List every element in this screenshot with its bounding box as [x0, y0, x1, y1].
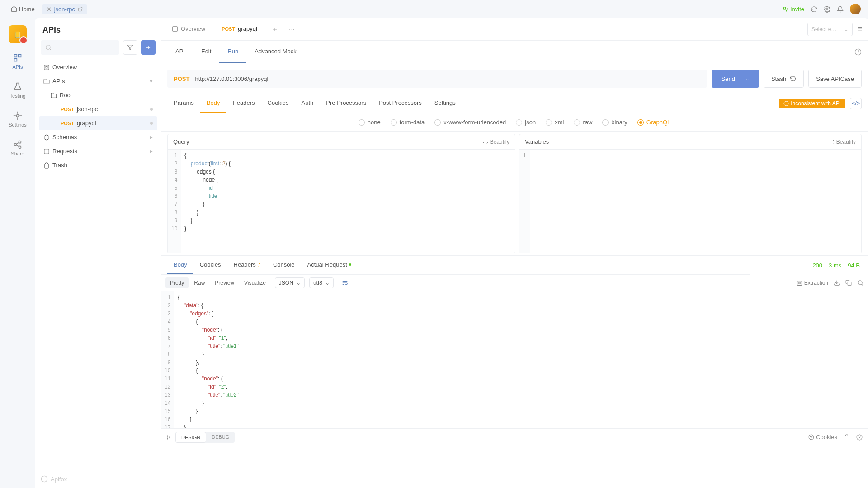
- reqtab-headers[interactable]: Headers: [226, 94, 261, 113]
- refresh-icon[interactable]: [811, 6, 817, 13]
- response-code[interactable]: 123456789101112131415161718 { "data": { …: [161, 291, 868, 428]
- svg-point-6: [14, 144, 17, 146]
- undo-icon[interactable]: [790, 75, 796, 82]
- rail-share[interactable]: Share: [0, 137, 35, 159]
- bodytype-xml[interactable]: xml: [546, 119, 564, 126]
- resp-tab-label: Console: [273, 261, 295, 268]
- view-pretty[interactable]: Pretty: [165, 277, 189, 288]
- sidebar-head: APIs: [35, 18, 161, 40]
- reqtab-auth[interactable]: Auth: [295, 94, 320, 113]
- stash-button[interactable]: Stash: [764, 70, 804, 88]
- view-visualize[interactable]: Visualize: [240, 277, 270, 288]
- environment-select[interactable]: Select e… ⌄: [807, 23, 853, 36]
- invite-button[interactable]: Invite: [783, 6, 804, 13]
- tree-root[interactable]: Root: [39, 88, 157, 102]
- tree-requests[interactable]: Requests ▸: [39, 144, 157, 158]
- filter-button[interactable]: [123, 40, 137, 55]
- bodytype-json[interactable]: json: [516, 119, 536, 126]
- tab-more-button[interactable]: ⋯: [284, 18, 299, 40]
- help-icon[interactable]: [856, 434, 863, 441]
- invite-label: Invite: [790, 6, 804, 13]
- reqtab-params[interactable]: Params: [167, 94, 200, 113]
- tree-endpoint-json-rpc[interactable]: POST json-rpc: [39, 102, 157, 116]
- save-case-button[interactable]: Save APICase: [808, 70, 862, 88]
- tree-schemas[interactable]: Schemas ▸: [39, 130, 157, 144]
- bodytype-urlencoded[interactable]: x-www-form-urlencoded: [434, 119, 506, 126]
- home-button[interactable]: Home: [7, 4, 38, 14]
- gear-icon[interactable]: [824, 6, 830, 13]
- rail-testing[interactable]: Testing: [0, 80, 35, 101]
- hamburger-icon[interactable]: ☰: [857, 26, 863, 33]
- wrap-button[interactable]: [338, 278, 352, 288]
- encoding-select[interactable]: utf8⌄: [309, 277, 334, 288]
- rail-settings[interactable]: Settings: [0, 108, 35, 130]
- avatar[interactable]: [850, 4, 861, 14]
- download-icon[interactable]: [834, 280, 840, 286]
- close-icon[interactable]: ✕: [47, 6, 52, 13]
- gutter: 1: [519, 150, 530, 253]
- search-icon[interactable]: [857, 280, 863, 286]
- reqtab-pre[interactable]: Pre Processors: [320, 94, 373, 113]
- extraction-button[interactable]: Extraction: [797, 280, 828, 286]
- add-button[interactable]: [141, 40, 156, 55]
- inconsistent-badge[interactable]: Inconsistent with API: [779, 99, 845, 108]
- chevron-down-icon[interactable]: ⌄: [741, 76, 749, 81]
- reqtab-post[interactable]: Post Processors: [373, 94, 428, 113]
- subtab-advanced-mock[interactable]: Advanced Mock: [246, 41, 305, 63]
- resp-tab-cookies[interactable]: Cookies: [193, 256, 227, 274]
- resp-tab-actual[interactable]: Actual Request: [301, 256, 358, 274]
- workspace-tab[interactable]: ✕ json-rpc: [42, 4, 87, 14]
- bell-icon[interactable]: [837, 6, 844, 13]
- format-select[interactable]: JSON⌄: [275, 277, 305, 288]
- variables-editor: Variables Beautify 1: [519, 134, 862, 253]
- bodytype-raw[interactable]: raw: [574, 119, 592, 126]
- rail-apis[interactable]: APIs: [0, 51, 35, 72]
- bodytype-form-data[interactable]: form-data: [391, 119, 425, 126]
- bodytype-none[interactable]: none: [359, 119, 381, 126]
- resp-tab-console[interactable]: Console: [267, 256, 301, 274]
- view-raw[interactable]: Raw: [189, 277, 209, 288]
- tree-apis[interactable]: APIs ▾: [39, 74, 157, 88]
- mode-debug[interactable]: DEBUG: [206, 432, 235, 443]
- clear-icon[interactable]: [844, 434, 850, 441]
- reqtab-body[interactable]: Body: [200, 94, 226, 113]
- query-code[interactable]: 12345678910 { product(first: 2) { edges …: [168, 150, 515, 253]
- app-logo[interactable]: 📒: [9, 25, 27, 43]
- external-icon: [78, 7, 83, 12]
- mode-design[interactable]: DESIGN: [175, 432, 206, 443]
- beautify-button[interactable]: Beautify: [483, 139, 509, 145]
- collapse-button[interactable]: ⟨⟨: [166, 434, 171, 441]
- method-badge: POST: [61, 121, 74, 126]
- reqtab-settings[interactable]: Settings: [428, 94, 462, 113]
- subtab-edit[interactable]: Edit: [193, 41, 219, 63]
- bodytype-graphql[interactable]: GraphQL: [637, 119, 670, 126]
- tab-grapyql[interactable]: POST grapyql: [213, 18, 265, 40]
- tree-overview[interactable]: Overview: [39, 60, 157, 74]
- tree-endpoint-grapyql[interactable]: POST grapyql: [39, 116, 157, 130]
- query-head: Query Beautify: [168, 134, 515, 150]
- tab-overview[interactable]: Overview: [164, 18, 213, 40]
- rail-label: Testing: [10, 93, 26, 99]
- main: 📒 APIs Testing Settings Share APIs: [0, 18, 868, 488]
- code-snippet-button[interactable]: </>: [850, 98, 862, 109]
- beautify-button[interactable]: Beautify: [829, 139, 856, 145]
- subtab-api[interactable]: API: [167, 41, 193, 63]
- schemas-icon: [43, 134, 50, 141]
- tree-trash[interactable]: Trash: [39, 158, 157, 172]
- subtab-run[interactable]: Run: [219, 41, 246, 63]
- vars-code[interactable]: 1: [519, 150, 861, 253]
- search-input[interactable]: [41, 40, 119, 55]
- reqtab-cookies[interactable]: Cookies: [261, 94, 295, 113]
- resp-tab-label: Body: [174, 261, 187, 268]
- copy-icon[interactable]: [845, 280, 852, 286]
- new-tab-button[interactable]: [265, 18, 284, 40]
- url-input[interactable]: POST http://127.0.01:3006/grapyql: [167, 70, 707, 88]
- resp-tab-headers[interactable]: Headers7: [227, 256, 267, 274]
- cookies-button[interactable]: Cookies: [808, 434, 837, 441]
- bodytype-binary[interactable]: binary: [602, 119, 627, 126]
- resp-tab-body[interactable]: Body: [167, 256, 193, 274]
- view-preview[interactable]: Preview: [210, 277, 239, 288]
- history-icon[interactable]: [854, 48, 862, 56]
- reqtabs-right: Inconsistent with API </>: [779, 98, 862, 109]
- send-button[interactable]: Send ⌄: [712, 70, 759, 88]
